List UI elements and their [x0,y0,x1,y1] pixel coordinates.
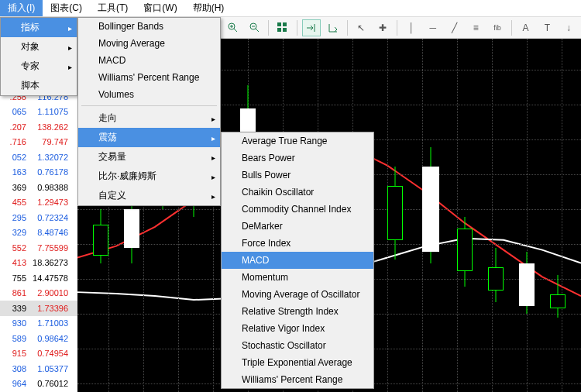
price-cell: 339 [0,304,28,313]
cursor-icon[interactable]: ↖ [352,19,371,36]
price-row[interactable]: 4551.29473 [0,195,77,211]
fibonacci-icon[interactable]: fib [488,19,507,36]
price-row[interactable]: 0651.11075 [0,105,77,120]
price-row[interactable]: 3298.48746 [0,225,77,241]
menu-insert[interactable]: 插入(I) [0,0,43,16]
menu-indicators[interactable]: 指标 [1,18,77,37]
svg-rect-10 [283,28,287,32]
zoom-out-icon[interactable] [246,19,264,36]
indicator-custom[interactable]: 自定义 [78,186,220,205]
menu-help[interactable]: 帮助(H) [185,0,232,16]
separator [81,105,217,106]
candle [422,39,439,392]
menu-scripts[interactable]: 脚本 [1,76,77,95]
osc-tea[interactable]: Triple Exponential Average [222,354,373,371]
text-label-icon[interactable]: T [538,19,556,36]
price-cell: .207 [0,122,28,132]
price-cell: 1.71003 [28,318,70,328]
separator [268,20,269,36]
more-icon[interactable]: ↓ [559,19,578,36]
price-cell: 455 [0,198,28,207]
price-row[interactable]: .207138.262 [0,119,77,135]
price-cell: 138.262 [28,122,70,132]
shift-icon[interactable] [324,19,342,36]
candle [488,39,504,392]
price-row[interactable]: 9150.74954 [0,346,77,362]
indicator-macd[interactable]: MACD [78,52,220,69]
osc-bears[interactable]: Bears Power [222,150,373,167]
price-row[interactable]: 3391.73396 [0,301,77,316]
trend-line-icon[interactable]: ╱ [445,19,464,36]
price-cell: 295 [0,213,28,222]
price-cell: 1.73396 [28,304,70,313]
indicator-volumes[interactable]: Volumes [78,86,220,103]
toolbar: ↖ ✚ │ ─ ╱ ≡ fib A T ↓ [221,17,581,39]
separator [511,20,512,36]
price-row[interactable]: 3690.98388 [0,180,77,195]
indicator-wpr[interactable]: Williams' Percent Range [78,69,220,86]
indicator-bill-williams[interactable]: 比尔·威廉姆斯 [78,167,220,186]
menu-bar: 插入(I) 图表(C) 工具(T) 窗口(W) 帮助(H) [0,0,581,17]
osc-demarker[interactable]: DeMarker [222,218,373,235]
price-row[interactable]: 3081.05377 [0,361,77,377]
price-cell: 2.90010 [28,288,70,297]
menu-objects[interactable]: 对象 [1,37,77,57]
crosshair-icon[interactable]: ✚ [373,19,392,36]
autoscroll-icon[interactable] [302,19,321,36]
osc-bulls[interactable]: Bulls Power [222,167,373,184]
price-row[interactable]: 5890.98642 [0,331,77,346]
price-cell: 755 [0,273,28,283]
text-icon[interactable]: A [517,19,535,36]
indicator-volume-cat[interactable]: 交易量 [78,147,220,167]
osc-rsi[interactable]: Relative Strength Index [222,303,373,320]
indicator-oscillators[interactable]: 震荡 [78,128,220,147]
price-row[interactable]: 9301.71003 [0,316,77,332]
indicator-ma[interactable]: Moving Average [78,35,220,52]
price-cell: 0.76012 [28,379,70,388]
price-cell: 915 [0,349,28,358]
channel-icon[interactable]: ≡ [466,19,485,36]
osc-atr[interactable]: Average True Range [222,132,373,150]
price-row[interactable]: 41318.36273 [0,256,77,271]
price-row[interactable]: .71679.747 [0,135,77,150]
vertical-line-icon[interactable]: │ [402,19,421,36]
price-cell: 163 [0,167,28,177]
price-cell: 0.98388 [28,183,70,192]
horizontal-line-icon[interactable]: ─ [424,19,442,36]
menu-chart[interactable]: 图表(C) [43,0,90,16]
zoom-in-icon[interactable] [224,19,242,36]
osc-maosc[interactable]: Moving Average of Oscillator [222,286,373,303]
price-row[interactable]: 0521.32072 [0,150,77,165]
indicator-trend[interactable]: 走向 [78,108,220,128]
price-cell: 0.98642 [28,334,70,343]
price-row[interactable]: 9640.76012 [0,377,77,392]
osc-chaikin[interactable]: Chaikin Oscillator [222,184,373,201]
price-cell: 861 [0,288,28,297]
price-row[interactable]: 8612.90010 [0,286,77,301]
menu-tools[interactable]: 工具(T) [90,0,136,16]
price-row[interactable]: 5527.75599 [0,240,77,256]
osc-macd[interactable]: MACD [222,252,373,269]
menu-window[interactable]: 窗口(W) [136,0,184,16]
price-cell: 930 [0,318,28,328]
osc-momentum[interactable]: Momentum [222,269,373,286]
grid-icon[interactable] [273,19,292,36]
price-cell: 7.75599 [28,243,70,253]
price-row[interactable]: 75514.47578 [0,270,77,286]
menu-experts[interactable]: 专家 [1,57,77,76]
price-row[interactable]: 1630.76178 [0,165,77,181]
svg-rect-9 [277,28,281,32]
price-table: .258116.2780651.11075.207138.262.71679.7… [0,89,77,391]
osc-force[interactable]: Force Index [222,235,373,252]
price-cell: 0.76178 [28,167,70,177]
indicator-bb[interactable]: Bollinger Bands [78,18,220,35]
osc-rvi[interactable]: Relative Vigor Index [222,320,373,337]
candle [387,39,403,392]
separator [297,20,297,36]
price-cell: 79.747 [28,137,70,146]
price-row[interactable]: 2950.72324 [0,210,77,225]
osc-stoch[interactable]: Stochastic Oscillator [222,337,373,354]
osc-cci[interactable]: Commodity Channel Index [222,201,373,218]
osc-wpr[interactable]: Williams' Percent Range [222,371,373,388]
dropdown-oscillators: Average True Range Bears Power Bulls Pow… [221,132,374,389]
